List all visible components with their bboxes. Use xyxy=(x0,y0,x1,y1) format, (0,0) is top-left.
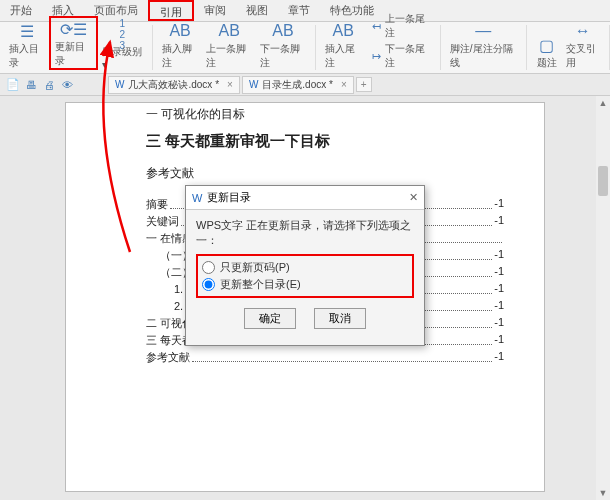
toc-page: -1 xyxy=(494,197,504,212)
radio-input[interactable] xyxy=(202,261,215,274)
toc-level-button[interactable]: 123 目录级别▾ xyxy=(98,23,147,70)
insert-footnote-button[interactable]: AB 插入脚注 xyxy=(158,20,203,70)
qat-icon[interactable]: 👁 xyxy=(60,78,74,92)
close-icon[interactable]: ✕ xyxy=(409,191,418,204)
toc-text: 参考文献 xyxy=(146,350,190,365)
toc-text: 摘要 xyxy=(146,197,168,212)
scroll-down-icon[interactable]: ▼ xyxy=(596,486,610,500)
quick-access-toolbar: 📄 🖶 🖨 👁 W 几大高效秘诀.docx * × W 目录生成.docx * … xyxy=(0,74,610,96)
toc-level-icon: 123 xyxy=(111,23,133,45)
new-tab-button[interactable]: + xyxy=(356,77,372,92)
dialog-titlebar[interactable]: W 更新目录 ✕ xyxy=(186,186,424,210)
toc-page: -1 xyxy=(494,316,504,331)
btn-label: 插入脚注 xyxy=(162,42,199,70)
endnote-icon: AB xyxy=(332,20,354,42)
crossref-button[interactable]: ↔ 交叉引用 xyxy=(562,20,604,70)
separator-button[interactable]: — 脚注/尾注分隔线 xyxy=(446,20,521,70)
toc-page: -1 xyxy=(494,248,504,263)
btn-label: 插入目录 xyxy=(9,42,45,70)
btn-label: 下一条脚注 xyxy=(260,42,306,70)
toc-page: -1 xyxy=(494,214,504,229)
toc-page: -1 xyxy=(494,282,504,297)
tab-chapter[interactable]: 章节 xyxy=(278,0,320,21)
update-toc-button[interactable]: ⟳☰ 更新目录 xyxy=(49,16,97,70)
scroll-thumb[interactable] xyxy=(598,166,608,196)
btn-label: 更新目录 xyxy=(55,40,91,68)
wps-logo-icon: W xyxy=(192,192,202,204)
btn-label: 上一条尾注 xyxy=(385,12,430,40)
vertical-scrollbar[interactable]: ▲ ▼ xyxy=(596,96,610,500)
ribbon: ☰ 插入目录 ⟳☰ 更新目录 123 目录级别▾ AB 插入脚注 AB 上一条脚… xyxy=(0,22,610,74)
tab-review[interactable]: 审阅 xyxy=(194,0,236,21)
btn-label: 下一条尾注 xyxy=(385,42,430,70)
insert-toc-button[interactable]: ☰ 插入目录 xyxy=(5,20,49,70)
prev-endnote-button[interactable]: ↤ 上一条尾注 xyxy=(366,12,435,40)
tab-start[interactable]: 开始 xyxy=(0,0,42,21)
toc-page: -1 xyxy=(494,265,504,280)
cancel-button[interactable]: 取消 xyxy=(314,308,366,329)
document-tabs: W 几大高效秘诀.docx * × W 目录生成.docx * × + xyxy=(108,76,372,94)
caption-button[interactable]: ▢ 题注 xyxy=(532,34,562,70)
btn-label: 上一条脚注 xyxy=(206,42,252,70)
footnote-icon: AB xyxy=(169,20,191,42)
next-endnote-button[interactable]: ↦ 下一条尾注 xyxy=(366,42,435,70)
qat-icon[interactable]: 🖶 xyxy=(24,78,38,92)
separator-icon: — xyxy=(472,20,494,42)
doctab-label: 目录生成.docx * xyxy=(262,78,333,92)
ok-button[interactable]: 确定 xyxy=(244,308,296,329)
tab-view[interactable]: 视图 xyxy=(236,0,278,21)
caption-icon: ▢ xyxy=(536,34,558,56)
doc-line: 一 可视化你的目标 xyxy=(146,103,504,126)
word-icon: W xyxy=(249,79,258,90)
option-update-pages[interactable]: 只更新页码(P) xyxy=(202,259,408,276)
qat-icon[interactable]: 🖨 xyxy=(42,78,56,92)
btn-label: 交叉引用 xyxy=(566,42,600,70)
insert-endnote-button[interactable]: AB 插入尾注 xyxy=(321,20,366,70)
dialog-prompt: WPS文字 正在更新目录，请选择下列选项之一： xyxy=(196,218,414,248)
next-footnote-button[interactable]: AB 下一条脚注 xyxy=(256,20,310,70)
btn-label: 题注 xyxy=(537,56,557,70)
dialog-option-group: 只更新页码(P) 更新整个目录(E) xyxy=(196,254,414,298)
prev-endnote-icon: ↤ xyxy=(370,19,383,33)
radio-input[interactable] xyxy=(202,278,215,291)
toc-line: 参考文献-1 xyxy=(146,349,504,366)
crossref-icon: ↔ xyxy=(572,20,594,42)
toc-page: -1 xyxy=(494,299,504,314)
toc-icon: ☰ xyxy=(16,20,38,42)
toc-page: -1 xyxy=(494,350,504,365)
doc-heading: 三 每天都重新审视一下目标 xyxy=(146,126,504,159)
dialog-title: 更新目录 xyxy=(207,190,251,205)
prev-footnote-icon: AB xyxy=(218,20,240,42)
qat-icon[interactable]: 📄 xyxy=(6,78,20,92)
close-icon[interactable]: × xyxy=(227,79,233,90)
document-tab[interactable]: W 目录生成.docx * × xyxy=(242,76,354,94)
update-toc-dialog: W 更新目录 ✕ WPS文字 正在更新目录，请选择下列选项之一： 只更新页码(P… xyxy=(185,185,425,346)
toc-text: 关键词 xyxy=(146,214,179,229)
scroll-up-icon[interactable]: ▲ xyxy=(596,96,610,110)
btn-label: 脚注/尾注分隔线 xyxy=(450,42,517,70)
toc-page: -1 xyxy=(494,333,504,348)
option-label: 更新整个目录(E) xyxy=(220,277,301,292)
close-icon[interactable]: × xyxy=(341,79,347,90)
option-label: 只更新页码(P) xyxy=(220,260,290,275)
next-endnote-icon: ↦ xyxy=(370,49,383,63)
option-update-all[interactable]: 更新整个目录(E) xyxy=(202,276,408,293)
word-icon: W xyxy=(115,79,124,90)
next-footnote-icon: AB xyxy=(272,20,294,42)
update-toc-icon: ⟳☰ xyxy=(63,18,85,40)
document-tab[interactable]: W 几大高效秘诀.docx * × xyxy=(108,76,240,94)
prev-footnote-button[interactable]: AB 上一条脚注 xyxy=(202,20,256,70)
doctab-label: 几大高效秘诀.docx * xyxy=(128,78,219,92)
btn-label: 插入尾注 xyxy=(325,42,362,70)
tab-reference[interactable]: 引用 xyxy=(148,0,194,21)
btn-label: 目录级别▾ xyxy=(102,45,143,70)
